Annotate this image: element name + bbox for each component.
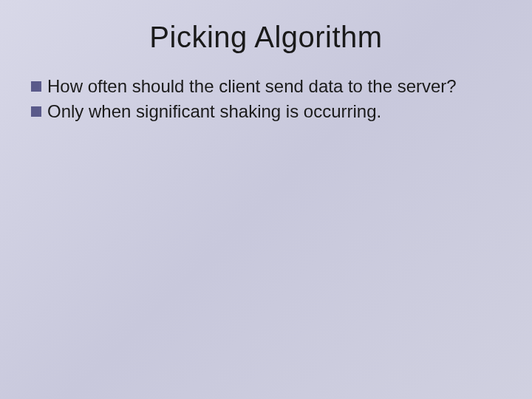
- slide-title: Picking Algorithm: [0, 0, 532, 69]
- slide-content: How often should the client send data to…: [0, 69, 532, 124]
- bullet-square-icon: [31, 106, 41, 117]
- bullet-text: Only when significant shaking is occurri…: [47, 100, 381, 123]
- bullet-item: How often should the client send data to…: [31, 75, 501, 98]
- bullet-square-icon: [31, 81, 41, 92]
- bullet-item: Only when significant shaking is occurri…: [31, 100, 501, 123]
- bullet-text: How often should the client send data to…: [47, 75, 457, 98]
- slide-container: Picking Algorithm How often should the c…: [0, 0, 532, 399]
